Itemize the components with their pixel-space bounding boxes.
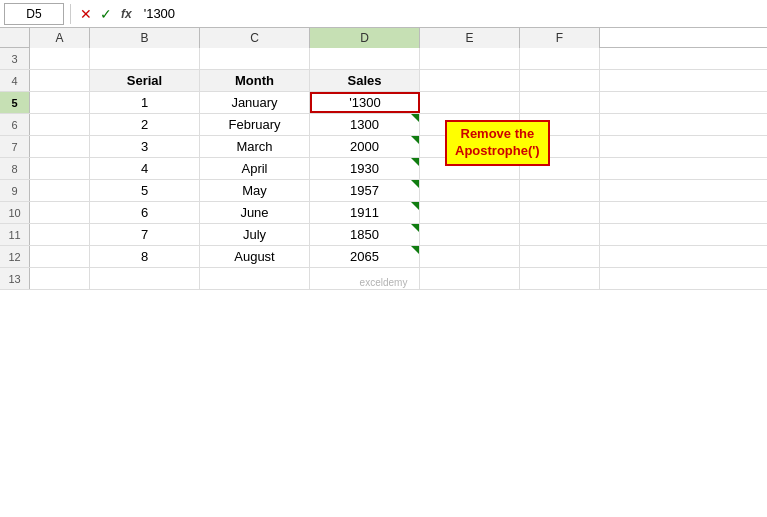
callout-text-line1: Remove the: [461, 126, 535, 141]
cell-f5[interactable]: [520, 92, 600, 113]
cell-c6[interactable]: February: [200, 114, 310, 135]
cell-b6[interactable]: 2: [90, 114, 200, 135]
cell-e3[interactable]: [420, 48, 520, 69]
formula-bar-divider: [70, 4, 71, 24]
table-row: 3: [0, 48, 767, 70]
cell-a9[interactable]: [30, 180, 90, 201]
formula-bar-icons: ✕ ✓ fx: [77, 6, 136, 22]
cell-e10[interactable]: [420, 202, 520, 223]
cell-d10[interactable]: 1911: [310, 202, 420, 223]
cell-b4[interactable]: Serial: [90, 70, 200, 91]
cell-a3[interactable]: [30, 48, 90, 69]
table-row: 11 7 July 1850: [0, 224, 767, 246]
cell-e9[interactable]: [420, 180, 520, 201]
col-header-d[interactable]: D: [310, 28, 420, 48]
fx-icon[interactable]: fx: [117, 7, 136, 21]
cell-c9[interactable]: May: [200, 180, 310, 201]
cell-b5[interactable]: 1: [90, 92, 200, 113]
cell-reference-box[interactable]: D5: [4, 3, 64, 25]
row-number: 6: [0, 114, 30, 135]
col-header-a[interactable]: A: [30, 28, 90, 48]
cell-a5[interactable]: [30, 92, 90, 113]
formula-input[interactable]: [140, 3, 763, 25]
cell-c5[interactable]: January: [200, 92, 310, 113]
cell-d13[interactable]: [310, 268, 420, 289]
cell-d3[interactable]: [310, 48, 420, 69]
cell-b3[interactable]: [90, 48, 200, 69]
cell-d9[interactable]: 1957: [310, 180, 420, 201]
cell-a8[interactable]: [30, 158, 90, 179]
cell-b11[interactable]: 7: [90, 224, 200, 245]
cell-c13[interactable]: [200, 268, 310, 289]
cell-c12[interactable]: August: [200, 246, 310, 267]
cell-a10[interactable]: [30, 202, 90, 223]
row-number: 11: [0, 224, 30, 245]
cell-a12[interactable]: [30, 246, 90, 267]
cell-d6[interactable]: 1300: [310, 114, 420, 135]
callout-text-line2: Apostrophe('): [455, 143, 540, 158]
cell-d7[interactable]: 2000: [310, 136, 420, 157]
row-num-header: [0, 28, 30, 47]
cell-f4[interactable]: [520, 70, 600, 91]
callout-box: Remove the Apostrophe('): [445, 120, 550, 166]
cell-f9[interactable]: [520, 180, 600, 201]
cell-b10[interactable]: 6: [90, 202, 200, 223]
cell-d12[interactable]: 2065: [310, 246, 420, 267]
cell-c8[interactable]: April: [200, 158, 310, 179]
cell-a13[interactable]: [30, 268, 90, 289]
cell-f10[interactable]: [520, 202, 600, 223]
cell-a4[interactable]: [30, 70, 90, 91]
table-row: 6 2 February 1300: [0, 114, 767, 136]
row-number: 4: [0, 70, 30, 91]
row-number: 3: [0, 48, 30, 69]
table-row: 8 4 April 1930: [0, 158, 767, 180]
row-number: 13: [0, 268, 30, 289]
cell-f12[interactable]: [520, 246, 600, 267]
row-number: 9: [0, 180, 30, 201]
cell-d5[interactable]: '1300: [310, 92, 420, 113]
table-row: 5 1 January '1300: [0, 92, 767, 114]
cell-e12[interactable]: [420, 246, 520, 267]
cell-e5[interactable]: [420, 92, 520, 113]
row-number: 7: [0, 136, 30, 157]
cell-c7[interactable]: March: [200, 136, 310, 157]
cell-c11[interactable]: July: [200, 224, 310, 245]
table-row: 7 3 March 2000: [0, 136, 767, 158]
col-header-e[interactable]: E: [420, 28, 520, 48]
row-number: 12: [0, 246, 30, 267]
cell-c3[interactable]: [200, 48, 310, 69]
cell-f11[interactable]: [520, 224, 600, 245]
table-row: 10 6 June 1911: [0, 202, 767, 224]
cell-f3[interactable]: [520, 48, 600, 69]
cell-e13[interactable]: [420, 268, 520, 289]
cell-a6[interactable]: [30, 114, 90, 135]
cell-e4[interactable]: [420, 70, 520, 91]
cell-a7[interactable]: [30, 136, 90, 157]
cell-b9[interactable]: 5: [90, 180, 200, 201]
table-row: 13: [0, 268, 767, 290]
cell-f13[interactable]: [520, 268, 600, 289]
cell-b7[interactable]: 3: [90, 136, 200, 157]
table-row: 4 Serial Month Sales: [0, 70, 767, 92]
cell-d8[interactable]: 1930: [310, 158, 420, 179]
confirm-icon[interactable]: ✓: [97, 6, 115, 22]
cell-ref-value: D5: [26, 7, 41, 21]
col-header-f[interactable]: F: [520, 28, 600, 48]
cell-c10[interactable]: June: [200, 202, 310, 223]
col-header-c[interactable]: C: [200, 28, 310, 48]
cell-c4[interactable]: Month: [200, 70, 310, 91]
cell-e11[interactable]: [420, 224, 520, 245]
spreadsheet-area: A B C D E F 3 4 Serial Month Sales: [0, 28, 767, 290]
row-number-active: 5: [0, 92, 30, 113]
cell-d11[interactable]: 1850: [310, 224, 420, 245]
column-headers: A B C D E F: [0, 28, 767, 48]
cell-b13[interactable]: [90, 268, 200, 289]
col-header-b[interactable]: B: [90, 28, 200, 48]
cell-b12[interactable]: 8: [90, 246, 200, 267]
table-row: 12 8 August 2065: [0, 246, 767, 268]
cell-a11[interactable]: [30, 224, 90, 245]
cancel-icon[interactable]: ✕: [77, 6, 95, 22]
row-number: 8: [0, 158, 30, 179]
cell-b8[interactable]: 4: [90, 158, 200, 179]
cell-d4[interactable]: Sales: [310, 70, 420, 91]
